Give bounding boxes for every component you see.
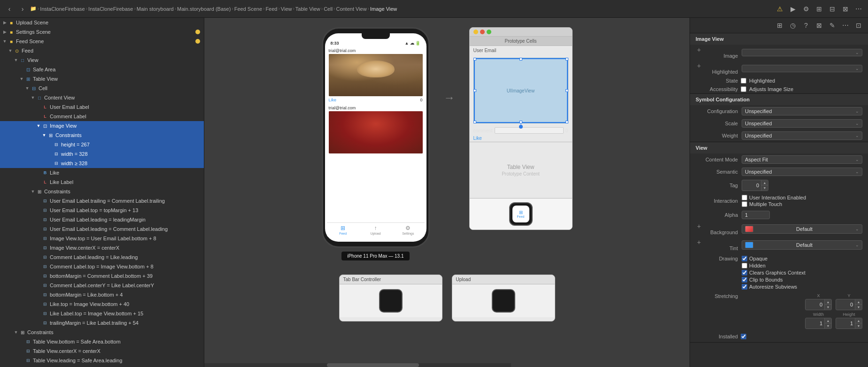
tree-item-content-view[interactable]: ▼ □ Content View	[0, 93, 204, 102]
tree-item-c10[interactable]: ▶ ⊟ Comment Label.centerY = Like Label.c…	[0, 281, 204, 290]
inspector-btn-2[interactable]: ◷	[787, 20, 798, 31]
breadcrumb-item-10[interactable]: Cell	[324, 6, 333, 12]
tree-item-view-constraints[interactable]: ▼ ⊞ Constraints	[0, 328, 204, 337]
h-up[interactable]: ▲	[855, 318, 862, 323]
tree-item-feed-scene[interactable]: ▼ ■ Feed Scene	[0, 37, 204, 46]
installed-checkbox[interactable]	[741, 334, 746, 339]
tab-settings[interactable]: ⚙ Settings	[392, 225, 424, 235]
handle-mr[interactable]	[566, 89, 568, 92]
breadcrumb-item-7[interactable]: Feed	[265, 6, 277, 12]
handle-br[interactable]	[566, 121, 568, 123]
tree-item-c3[interactable]: ▶ ⊟ User Email Label.leading = leadingMa…	[0, 215, 204, 224]
tree-item-like-label[interactable]: ▶ L Like Label	[0, 177, 204, 187]
tab-feed[interactable]: ⊞ Feed	[327, 225, 359, 235]
tint-add-btn[interactable]: +	[696, 239, 702, 245]
layout-button-2[interactable]: ⊟	[827, 3, 838, 15]
tree-item-c6[interactable]: ▶ ⊟ Image View.centerX = centerX	[0, 243, 204, 252]
content-mode-value[interactable]: Aspect Fit ⌄	[742, 155, 862, 164]
breadcrumb-item-5[interactable]: Main.storyboard (Base)	[177, 6, 231, 12]
tree-item-view[interactable]: ▼ □ View	[0, 55, 204, 65]
like-label[interactable]: Like	[473, 136, 482, 141]
tree-item-c13[interactable]: ▶ ⊟ Like Label.top = Image View.bottom +…	[0, 309, 204, 318]
forward-button[interactable]: ›	[17, 3, 28, 15]
tree-item-height-constraint[interactable]: ▶ ⊟ height = 267	[0, 140, 204, 149]
tree-item-like-button[interactable]: ▶ B Like	[0, 168, 204, 177]
handle-bl[interactable]	[473, 121, 476, 123]
y-up[interactable]: ▲	[855, 299, 862, 305]
tree-item-constraints[interactable]: ▼ ⊞ Constraints	[0, 130, 204, 140]
tree-item-c14[interactable]: ▶ ⊟ trailingMargin = Like Label.trailing…	[0, 318, 204, 328]
tree-item-settings-scene[interactable]: ▶ ■ Settings Scene	[0, 27, 204, 37]
settings-button[interactable]: ⚙	[800, 3, 812, 15]
handle-tl[interactable]	[473, 58, 476, 61]
x-stepper[interactable]: 0 ▲ ▼	[805, 299, 832, 310]
hidden-checkbox[interactable]	[742, 263, 747, 268]
clip-checkbox[interactable]	[742, 277, 747, 283]
inspector-btn-1[interactable]: ⊞	[774, 20, 785, 31]
background-value[interactable]: Default ⌄	[742, 224, 862, 234]
tree-item-upload-scene[interactable]: ▶ ■ Upload Scene	[0, 18, 204, 27]
tree-item-c7[interactable]: ▶ ⊟ Comment Label.leading = Like.leading	[0, 252, 204, 262]
tree-item-c5[interactable]: ▶ ⊟ Image View.top = User Email Label.bo…	[0, 234, 204, 243]
y-stepper[interactable]: 0 ▲ ▼	[836, 299, 862, 310]
alpha-value[interactable]: 1	[742, 211, 770, 219]
comment-input[interactable]	[495, 127, 564, 134]
w-down[interactable]: ▼	[825, 323, 831, 329]
image-add-btn[interactable]: +	[696, 46, 702, 53]
layout-button-1[interactable]: ⊞	[814, 3, 825, 15]
y-down[interactable]: ▼	[855, 305, 862, 310]
width-stepper[interactable]: 1 ▲ ▼	[805, 318, 832, 329]
tree-item-vc3[interactable]: ▶ ⊟ Table View.leading = Safe Area.leadi…	[0, 356, 204, 365]
handle-ml[interactable]	[473, 89, 476, 92]
tree-item-comment-label[interactable]: ▶ L Comment Label	[0, 112, 204, 121]
inspector-btn-3[interactable]: ?	[800, 20, 812, 31]
tree-item-c1[interactable]: ▶ ⊟ User Email Label.trailing = Comment …	[0, 196, 204, 206]
image-view-selected[interactable]: UIImageView	[473, 58, 568, 123]
accessibility-checkbox[interactable]	[741, 86, 746, 92]
stepper-down[interactable]: ▼	[761, 185, 768, 191]
user-interaction-checkbox[interactable]	[742, 195, 747, 200]
image-value[interactable]: ⌄	[742, 49, 862, 56]
breadcrumb-item-2[interactable]: InstaCloneFirebase	[40, 6, 85, 12]
bg-add-btn[interactable]: +	[696, 223, 702, 229]
x-up[interactable]: ▲	[825, 299, 831, 305]
back-button[interactable]: ‹	[4, 3, 15, 15]
breadcrumb-item-3[interactable]: InstaCloneFirebase	[88, 6, 133, 12]
stepper-up[interactable]: ▲	[761, 180, 768, 185]
tree-item-c2[interactable]: ▶ ⊟ User Email Label.top = topMargin + 1…	[0, 206, 204, 215]
tree-item-safe-area[interactable]: ▶ ⊡ Safe Area	[0, 65, 204, 74]
warning-button[interactable]: ⚠	[774, 3, 785, 15]
clears-checkbox[interactable]	[742, 270, 747, 275]
layout-button-3[interactable]: ⊠	[840, 3, 851, 15]
inspector-btn-7[interactable]: ⊡	[853, 20, 864, 31]
breadcrumb-item-1[interactable]: 📁	[30, 6, 37, 12]
horizontal-scrollbar[interactable]	[204, 363, 511, 367]
run-button[interactable]: ▶	[787, 3, 798, 15]
breadcrumb-item-9[interactable]: Table View	[295, 6, 320, 12]
tree-item-cell[interactable]: ▼ ⊟ Cell	[0, 84, 204, 93]
tree-item-c12[interactable]: ▶ ⊟ Like.top = Image View.bottom + 40	[0, 299, 204, 309]
tree-item-vc4[interactable]: ▶ ⊟ Table View.top = Safe Area.top	[0, 365, 204, 367]
handle-tc[interactable]	[519, 58, 522, 61]
scale-value[interactable]: Unspecified ⌄	[742, 119, 862, 128]
highlighted-add-btn[interactable]: +	[696, 62, 702, 69]
tree-item-c11[interactable]: ▶ ⊟ bottomMargin = Like.bottom + 4	[0, 290, 204, 299]
breadcrumb-item-6[interactable]: Feed Scene	[234, 6, 262, 12]
breadcrumb-item-8[interactable]: View	[281, 6, 292, 12]
tree-item-c4[interactable]: ▶ ⊟ User Email Label.leading = Comment L…	[0, 224, 204, 234]
tree-item-width-constraint-1[interactable]: ▶ ⊟ width = 328	[0, 149, 204, 159]
like-button-1[interactable]: Like	[329, 98, 337, 102]
tree-item-vc2[interactable]: ▶ ⊟ Table View.centerX = centerX	[0, 346, 204, 356]
config-value[interactable]: Unspecified ⌄	[742, 107, 862, 115]
tree-item-feed[interactable]: ▼ ⊙ Feed	[0, 46, 204, 55]
h-down[interactable]: ▼	[855, 323, 862, 329]
height-stepper[interactable]: 1 ▲ ▼	[836, 318, 862, 329]
tree-item-user-email-label[interactable]: ▶ L User Email Label	[0, 102, 204, 112]
state-checkbox[interactable]	[741, 78, 746, 84]
tree-item-width-constraint-2[interactable]: ▶ ⊟ width ≥ 328	[0, 159, 204, 168]
tree-item-c9[interactable]: ▶ ⊟ bottomMargin = Comment Label.bottom …	[0, 271, 204, 281]
opaque-checkbox[interactable]	[742, 256, 747, 261]
semantic-value[interactable]: Unspecified ⌄	[742, 168, 862, 176]
tree-item-table-view[interactable]: ▼ ⊞ Table View	[0, 74, 204, 84]
tree-item-c8[interactable]: ▶ ⊟ Comment Label.top = Image View.botto…	[0, 262, 204, 271]
